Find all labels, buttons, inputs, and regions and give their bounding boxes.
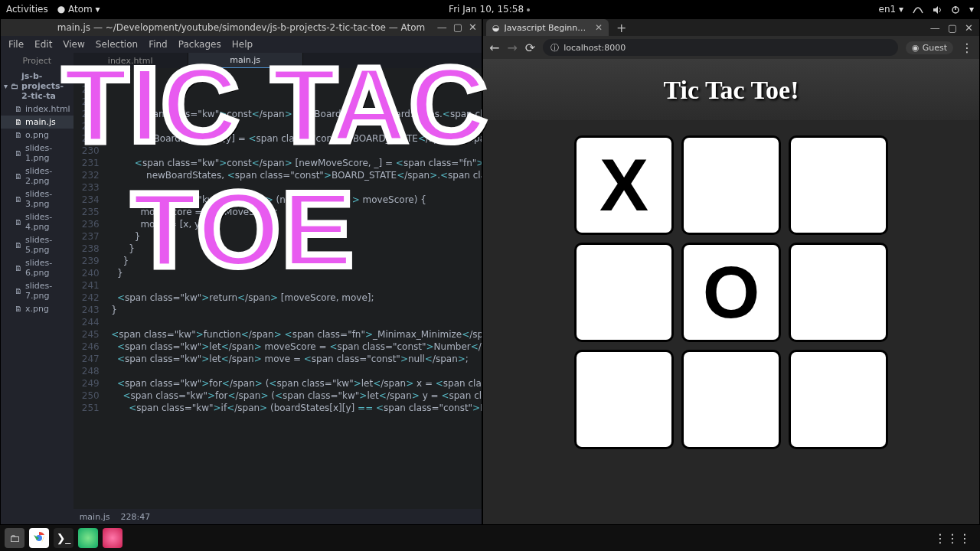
forward-button[interactable]: → xyxy=(507,41,517,55)
atom-title-bar[interactable]: main.js — ~/Development/youtube/simondev… xyxy=(1,19,482,36)
menu-edit[interactable]: Edit xyxy=(34,39,52,50)
bottom-dock: 🗀 ❯_ ⋮⋮⋮ xyxy=(0,525,980,551)
tree-file[interactable]: 🗎slides-5.png xyxy=(1,233,74,256)
board-cell-5[interactable] xyxy=(789,243,888,342)
reload-button[interactable]: ⟳ xyxy=(525,41,535,55)
browser-menu-icon[interactable]: ⋮ xyxy=(961,41,973,55)
dock-chrome-icon[interactable] xyxy=(29,528,49,548)
board-cell-8[interactable] xyxy=(789,350,888,449)
board-cell-4[interactable]: O xyxy=(681,243,781,342)
status-cursor: 228:47 xyxy=(120,512,150,522)
project-root-folder[interactable]: ▾🗀js-b-projects-2-tic-ta xyxy=(1,70,74,103)
line-number-gutter: 2242252262272282292302312322332342352362… xyxy=(74,68,106,509)
minimize-button[interactable]: — xyxy=(437,21,447,33)
tree-file[interactable]: 🗎slides-3.png xyxy=(1,187,74,210)
browser-tab-strip: ◒ Javascript Beginner Project ✕ + — ▢ ✕ xyxy=(483,19,979,36)
back-button[interactable]: ← xyxy=(489,41,499,55)
atom-status-bar: main.js 228:47 LF UTF-8 JavaScript ◌ Git… xyxy=(74,509,482,524)
board-cell-1[interactable] xyxy=(681,135,781,235)
project-tree-header: Project xyxy=(1,56,74,70)
dock-terminal-icon[interactable]: ❯_ xyxy=(54,528,74,548)
menu-packages[interactable]: Packages xyxy=(178,39,221,50)
user-menu[interactable]: en1 ▾ xyxy=(879,4,903,15)
browser-window: ◒ Javascript Beginner Project ✕ + — ▢ ✕ … xyxy=(482,18,980,525)
tab-favicon: ◒ xyxy=(492,23,500,33)
board-cell-2[interactable] xyxy=(789,135,888,235)
chevron-down-icon[interactable]: ▾ xyxy=(969,4,974,15)
activities-button[interactable]: Activities xyxy=(6,4,48,15)
address-bar[interactable]: ⓘ localhost:8000 xyxy=(543,39,898,56)
editor-tab[interactable]: main.js xyxy=(188,53,303,68)
profile-button[interactable]: ◉ Guest xyxy=(906,41,953,54)
menu-selection[interactable]: Selection xyxy=(96,39,138,50)
atom-menu-bar: FileEditViewSelectionFindPackagesHelp xyxy=(1,36,482,53)
close-button[interactable]: ✕ xyxy=(469,21,477,33)
tree-file[interactable]: 🗎slides-6.png xyxy=(1,256,74,279)
code-editor[interactable]: <span class="kw">const</span> newBoardSt… xyxy=(106,68,482,509)
browser-toolbar: ← → ⟳ ⓘ localhost:8000 ◉ Guest ⋮ xyxy=(483,36,979,59)
editor-tab[interactable]: index.html xyxy=(74,53,188,68)
clock[interactable]: Fri Jan 10, 15:58 xyxy=(100,4,879,15)
maximize-button[interactable]: ▢ xyxy=(453,21,462,33)
board-cell-3[interactable] xyxy=(574,243,674,342)
url-text: localhost:8000 xyxy=(564,43,626,53)
site-info-icon[interactable]: ⓘ xyxy=(550,42,559,54)
new-tab-button[interactable]: + xyxy=(609,21,634,35)
power-icon[interactable] xyxy=(951,4,960,15)
browser-tab[interactable]: ◒ Javascript Beginner Project ✕ xyxy=(486,19,609,36)
board-cell-0[interactable]: X xyxy=(574,135,674,235)
tree-file[interactable]: 🗎slides-7.png xyxy=(1,279,74,302)
network-icon[interactable] xyxy=(913,4,923,15)
app-menu[interactable]: ● Atom ▾ xyxy=(57,4,100,15)
board-cell-6[interactable] xyxy=(574,350,674,449)
tree-file[interactable]: 🗎x.png xyxy=(1,302,74,315)
tree-file[interactable]: 🗎slides-1.png xyxy=(1,142,74,165)
dock-app5-icon[interactable] xyxy=(103,528,122,548)
close-tab-icon[interactable]: ✕ xyxy=(595,22,603,33)
tree-file[interactable]: 🗎index.html xyxy=(1,103,74,116)
volume-icon[interactable] xyxy=(933,4,942,15)
browser-maximize-button[interactable]: ▢ xyxy=(948,22,957,34)
browser-minimize-button[interactable]: — xyxy=(930,22,940,34)
page-title: Tic Tac Toe! xyxy=(664,76,799,105)
menu-view[interactable]: View xyxy=(63,39,84,50)
atom-editor-window: main.js — ~/Development/youtube/simondev… xyxy=(0,18,482,525)
board-cell-7[interactable] xyxy=(681,350,781,449)
editor-tab-bar: index.htmlmain.js xyxy=(74,53,482,68)
tree-file[interactable]: 🗎slides-2.png xyxy=(1,165,74,187)
dock-files-icon[interactable]: 🗀 xyxy=(5,528,24,548)
project-tree[interactable]: Project ▾🗀js-b-projects-2-tic-ta 🗎index.… xyxy=(1,53,74,524)
tree-file[interactable]: 🗎o.png xyxy=(1,129,74,142)
tic-tac-toe-board: XO xyxy=(574,135,888,449)
guest-icon: ◉ xyxy=(912,43,920,53)
page-content: Tic Tac Toe! XO xyxy=(483,59,979,524)
menu-find[interactable]: Find xyxy=(149,39,168,50)
browser-close-button[interactable]: ✕ xyxy=(965,22,973,34)
menu-help[interactable]: Help xyxy=(232,39,253,50)
browser-tab-title: Javascript Beginner Project xyxy=(505,23,590,33)
menu-file[interactable]: File xyxy=(8,39,24,50)
tree-file[interactable]: 🗎slides-4.png xyxy=(1,210,74,233)
dock-app4-icon[interactable] xyxy=(78,528,98,548)
tree-file[interactable]: 🗎main.js xyxy=(1,116,74,129)
show-applications-icon[interactable]: ⋮⋮⋮ xyxy=(934,531,975,546)
status-file: main.js xyxy=(80,512,110,522)
gnome-top-bar: Activities ● Atom ▾ Fri Jan 10, 15:58 en… xyxy=(0,0,980,18)
